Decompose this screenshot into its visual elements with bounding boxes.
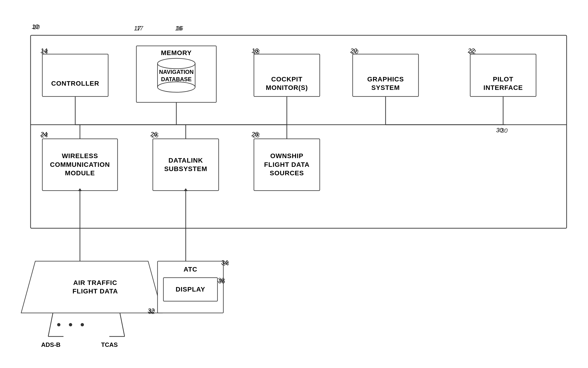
air-traffic-label-container: AIR TRAFFICFLIGHT DATA [42, 266, 148, 308]
ref-14-label: 14 [40, 47, 47, 54]
controller-label: CONTROLLER [51, 79, 99, 88]
ads-b-label: ADS-B [41, 341, 60, 349]
svg-point-34 [158, 58, 195, 69]
controller-label-container: CONTROLLER [42, 62, 108, 105]
pilot-label: PILOTINTERFACE [483, 75, 523, 92]
ref-24-label: 24 [40, 131, 47, 138]
memory-label: MEMORY [161, 49, 192, 57]
ref-34-label: 34 [221, 259, 228, 266]
svg-line-32 [120, 313, 125, 336]
svg-point-29 [81, 323, 84, 326]
graphics-label: GRAPHICSSYSTEM [367, 75, 404, 92]
ref-36-label: 36 [218, 278, 225, 285]
ownship-label: OWNSHIPFLIGHT DATASOURCES [264, 152, 309, 177]
ref-26-label: 26 [151, 131, 157, 138]
ref-30-label: 30 [496, 127, 503, 134]
ownship-label-container: OWNSHIPFLIGHT DATASOURCES [254, 139, 320, 191]
datalink-label: DATALINKSUBSYSTEM [164, 156, 207, 173]
ref-20-label: 20 [350, 47, 357, 54]
svg-line-30 [48, 313, 53, 336]
nav-db-label: NAVIGATIONDATABASE [153, 68, 200, 83]
cockpit-label: COCKPITMONITOR(S) [266, 75, 308, 92]
ref-16-label: 16 [175, 25, 182, 32]
display-label-container: DISPLAY [163, 278, 217, 301]
memory-label-container: MEMORY [136, 46, 216, 60]
svg-point-27 [57, 323, 60, 326]
atc-label-container: ATC [158, 264, 223, 275]
pilot-label-container: PILOTINTERFACE [470, 62, 536, 105]
ref-32-label: 32 [148, 307, 154, 314]
wireless-label: WIRELESSCOMMUNICATIONMODULE [50, 152, 110, 177]
graphics-label-container: GRAPHICSSYSTEM [353, 62, 419, 105]
ref-18-label: 18 [251, 47, 258, 54]
cockpit-label-container: COCKPITMONITOR(S) [254, 62, 320, 105]
nav-db-label-container: NAVIGATIONDATABASE [153, 68, 200, 83]
display-label: DISPLAY [176, 285, 205, 294]
diagram-container: 10 14 17 16 18 20 22 24 26 28 30 32 34 3… [12, 12, 576, 356]
air-traffic-label: AIR TRAFFICFLIGHT DATA [72, 279, 118, 296]
atc-label: ATC [184, 265, 197, 274]
ref-num-10: 10 [32, 23, 39, 30]
datalink-label-container: DATALINKSUBSYSTEM [153, 139, 219, 191]
ref-17-label: 17 [134, 25, 141, 32]
ref-28-label: 28 [251, 131, 258, 138]
svg-point-37 [158, 82, 195, 92]
svg-point-28 [69, 323, 72, 326]
wireless-label-container: WIRELESSCOMMUNICATIONMODULE [42, 139, 117, 191]
ref-22-label: 22 [468, 47, 475, 54]
tcas-label: TCAS [101, 341, 118, 349]
